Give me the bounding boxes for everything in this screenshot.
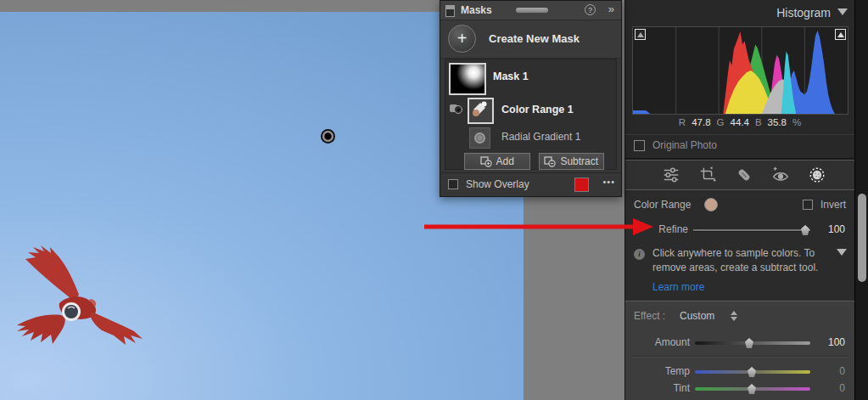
component-label: Radial Gradient 1 bbox=[501, 131, 580, 143]
g-label: G bbox=[717, 117, 725, 127]
edit-icon[interactable] bbox=[661, 165, 681, 185]
right-panel: Histogram R 47.8 G 4 bbox=[624, 0, 854, 400]
shadow-clipping-indicator[interactable] bbox=[635, 29, 646, 40]
subtract-mask-icon bbox=[544, 156, 556, 167]
masks-panel-header[interactable]: Masks ? » bbox=[440, 1, 621, 20]
healing-icon[interactable] bbox=[734, 165, 754, 185]
highlight-clipping-indicator[interactable] bbox=[835, 29, 846, 40]
info-text: Click anywhere to sample colors. To remo… bbox=[652, 246, 834, 275]
g-value: 44.4 bbox=[730, 117, 748, 127]
add-mask-icon bbox=[480, 156, 492, 167]
dropdown-arrows-icon[interactable] bbox=[731, 311, 737, 321]
crop-icon[interactable] bbox=[697, 165, 718, 185]
refine-slider[interactable] bbox=[693, 229, 810, 231]
learn-more-link[interactable]: Learn more bbox=[652, 281, 704, 293]
sampled-color-swatch[interactable] bbox=[704, 198, 718, 211]
add-button[interactable]: Add bbox=[464, 153, 530, 170]
histogram-title: Histogram bbox=[776, 6, 831, 20]
histogram-chart bbox=[633, 27, 848, 114]
intersect-badge-icon bbox=[450, 104, 465, 115]
plus-icon[interactable]: + bbox=[448, 25, 476, 53]
invert-checkbox[interactable] bbox=[803, 200, 813, 210]
effect-preset-dropdown[interactable]: Custom bbox=[680, 310, 714, 322]
divider bbox=[625, 134, 854, 135]
info-icon: i bbox=[634, 249, 645, 260]
masks-panel-title: Masks bbox=[461, 4, 492, 16]
masking-icon[interactable] bbox=[807, 165, 827, 185]
overlay-color-swatch[interactable] bbox=[574, 177, 589, 192]
collapse-panel-icon[interactable]: » bbox=[608, 3, 614, 15]
refine-value: 100 bbox=[820, 223, 845, 235]
mask-component-color-range[interactable]: Color Range 1 bbox=[445, 95, 616, 126]
refine-label: Refine bbox=[625, 223, 688, 235]
create-new-mask-label: Create New Mask bbox=[489, 32, 580, 45]
divider bbox=[632, 356, 848, 357]
show-overlay-row: Show Overlay ••• bbox=[440, 172, 621, 196]
b-value: 35.8 bbox=[768, 117, 787, 127]
color-range-thumbnail[interactable] bbox=[468, 98, 494, 124]
create-new-mask-row[interactable]: + Create New Mask bbox=[440, 20, 621, 59]
mask-thumbnail[interactable] bbox=[449, 63, 486, 95]
amount-slider[interactable] bbox=[695, 341, 810, 345]
b-label: B bbox=[755, 117, 762, 127]
bird-image bbox=[7, 245, 143, 356]
amount-label: Amount bbox=[625, 336, 690, 348]
more-options-icon[interactable]: ••• bbox=[602, 177, 615, 187]
drag-handle[interactable] bbox=[516, 8, 548, 13]
amount-value: 100 bbox=[820, 336, 845, 348]
show-overlay-checkbox[interactable] bbox=[448, 179, 458, 189]
mask-label: Mask 1 bbox=[493, 70, 529, 82]
mask-list: Mask 1 Color Range 1 Radial Gradient 1 bbox=[445, 59, 617, 170]
effect-label: Effect : bbox=[634, 310, 665, 322]
temp-slider-handle[interactable] bbox=[747, 367, 757, 377]
color-sampler-pin-bird bbox=[64, 304, 80, 320]
tint-slider-handle[interactable] bbox=[747, 384, 757, 394]
color-range-section: Color Range Invert Refine 100 i Click an… bbox=[625, 192, 854, 302]
effect-section: Effect : Custom Amount 100 Temp 0 Tint 0 bbox=[625, 301, 854, 400]
original-photo-label: Original Photo bbox=[652, 139, 717, 151]
show-overlay-label: Show Overlay bbox=[466, 178, 529, 190]
color-sampler-pin-sky[interactable] bbox=[321, 129, 335, 144]
tool-strip bbox=[625, 160, 854, 190]
component-label: Color Range 1 bbox=[501, 104, 574, 115]
subtract-button-label: Subtract bbox=[560, 155, 598, 167]
add-button-label: Add bbox=[496, 155, 514, 167]
mask-component-radial-gradient[interactable]: Radial Gradient 1 bbox=[445, 126, 616, 152]
original-photo-checkbox[interactable] bbox=[634, 140, 645, 151]
panel-dock-icon[interactable] bbox=[445, 5, 455, 17]
radial-gradient-icon[interactable] bbox=[469, 127, 490, 149]
color-range-label: Color Range bbox=[634, 199, 691, 211]
mask-item-mask1[interactable]: Mask 1 bbox=[445, 59, 616, 95]
temp-label: Temp bbox=[625, 365, 690, 377]
scrollbar-track[interactable] bbox=[854, 0, 868, 400]
subtract-button[interactable]: Subtract bbox=[539, 153, 605, 170]
red-eye-icon[interactable] bbox=[770, 165, 791, 185]
r-label: R bbox=[679, 117, 686, 127]
temp-value: 0 bbox=[820, 365, 845, 377]
help-icon[interactable]: ? bbox=[585, 4, 596, 15]
temp-slider[interactable] bbox=[695, 370, 810, 374]
scrollbar-thumb[interactable] bbox=[858, 194, 866, 282]
collapse-info-icon[interactable] bbox=[837, 249, 847, 256]
masks-panel: Masks ? » + Create New Mask Mask 1 Color… bbox=[440, 0, 622, 197]
collapse-histogram-icon[interactable] bbox=[837, 8, 848, 15]
tint-label: Tint bbox=[625, 382, 690, 394]
histogram-plot[interactable] bbox=[632, 26, 848, 115]
tint-value: 0 bbox=[820, 382, 845, 394]
amount-slider-handle[interactable] bbox=[744, 338, 754, 348]
tint-slider[interactable] bbox=[695, 387, 810, 391]
eyedropper-icon bbox=[469, 99, 489, 119]
r-value: 47.8 bbox=[692, 117, 710, 127]
rgb-readout: R 47.8 G 44.4 B 35.8 % bbox=[625, 117, 854, 127]
percent-label: % bbox=[792, 117, 801, 127]
refine-slider-handle[interactable] bbox=[800, 225, 810, 235]
histogram-section: Histogram R 47.8 G 4 bbox=[625, 0, 854, 160]
invert-label: Invert bbox=[820, 199, 846, 211]
